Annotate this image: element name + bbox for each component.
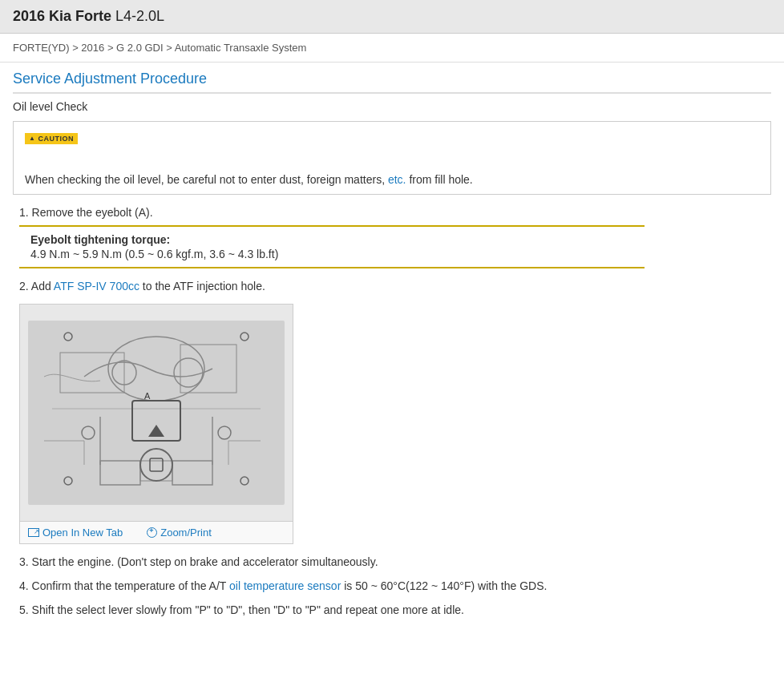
caution-box: CAUTION When checking the oil level, be … — [13, 121, 771, 195]
header: 2016 Kia Forte L4-2.0L — [0, 0, 784, 34]
svg-text:A: A — [144, 391, 151, 401]
step-3-number: 3. — [19, 555, 32, 568]
caution-label: CAUTION — [25, 133, 78, 144]
caution-text: When checking the oil level, be careful … — [25, 173, 759, 186]
step-2-number: 2. — [19, 280, 31, 293]
open-new-tab-icon — [28, 528, 39, 537]
step-2-before: Add — [31, 280, 51, 293]
caution-text-after: from fill hole. — [409, 173, 472, 186]
torque-value: 4.9 N.m ~ 5.9 N.m (0.5 ~ 0.6 kgf.m, 3.6 … — [30, 248, 633, 260]
step-4-text: 4. Confirm that the temperature of the A… — [19, 579, 771, 592]
step-2-image-container: A — [19, 304, 293, 544]
step-4-number: 4. — [19, 579, 32, 592]
step-3-text: 3. Start the engine. (Don't step on brak… — [19, 555, 771, 568]
zoom-icon — [147, 527, 157, 538]
step-3: 3. Start the engine. (Don't step on brak… — [13, 555, 771, 568]
step-2-link[interactable]: ATF SP-IV 700cc — [54, 280, 139, 293]
torque-box: Eyebolt tightening torque: 4.9 N.m ~ 5.9… — [19, 225, 645, 268]
caution-link[interactable]: etc. — [388, 173, 406, 186]
main-content: Service Adjustment Procedure Oil level C… — [0, 63, 784, 636]
step-5-text: 5. Shift the select lever slowly from "P… — [19, 603, 771, 616]
step-2: 2. Add ATF SP-IV 700cc to the ATF inject… — [13, 280, 771, 544]
step-2-text: 2. Add ATF SP-IV 700cc to the ATF inject… — [19, 280, 771, 293]
breadcrumb: FORTE(YD) > 2016 > G 2.0 GDI > Automatic… — [0, 34, 784, 63]
steps-container: 1. Remove the eyebolt (A). Eyebolt tight… — [13, 206, 771, 616]
engine-image: A — [20, 305, 293, 521]
open-in-new-tab-link[interactable]: Open In New Tab — [28, 527, 123, 539]
step-4: 4. Confirm that the temperature of the A… — [13, 579, 771, 592]
torque-label: Eyebolt tightening torque: — [30, 233, 633, 246]
section-title: Service Adjustment Procedure — [13, 71, 771, 94]
subsection-title: Oil level Check — [13, 100, 771, 113]
vehicle-name: 2016 Kia Forte — [13, 8, 111, 24]
step-5: 5. Shift the select lever slowly from "P… — [13, 603, 771, 616]
breadcrumb-text: FORTE(YD) > 2016 > G 2.0 GDI > Automatic… — [13, 42, 306, 54]
step-5-number: 5. — [19, 603, 32, 616]
step-1: 1. Remove the eyebolt (A). Eyebolt tight… — [13, 206, 771, 268]
step-1-number: 1. — [19, 206, 32, 219]
step-5-content: Shift the select lever slowly from "P" t… — [32, 603, 464, 616]
engine-spec: L4-2.0L — [115, 8, 164, 24]
page-title: 2016 Kia Forte L4-2.0L — [13, 8, 164, 24]
step-2-after: to the ATF injection hole. — [143, 280, 265, 293]
step-4-after: is 50 ~ 60°C(122 ~ 140°F) with the GDS. — [344, 579, 547, 592]
engine-svg: A — [20, 305, 293, 521]
step-1-content: Remove the eyebolt (A). — [32, 206, 153, 219]
step-3-content: Start the engine. (Don't step on brake a… — [32, 555, 378, 568]
step-4-link[interactable]: oil temperature sensor — [229, 579, 341, 592]
caution-text-before: When checking the oil level, be careful … — [25, 173, 385, 186]
step-4-before: Confirm that the temperature of the A/T — [32, 579, 227, 592]
zoom-label: Zoom/Print — [160, 527, 212, 539]
step-1-text: 1. Remove the eyebolt (A). — [19, 206, 771, 219]
open-tab-label: Open In New Tab — [42, 527, 123, 539]
image-toolbar: Open In New Tab Zoom/Print — [20, 521, 293, 543]
zoom-print-link[interactable]: Zoom/Print — [147, 527, 212, 539]
